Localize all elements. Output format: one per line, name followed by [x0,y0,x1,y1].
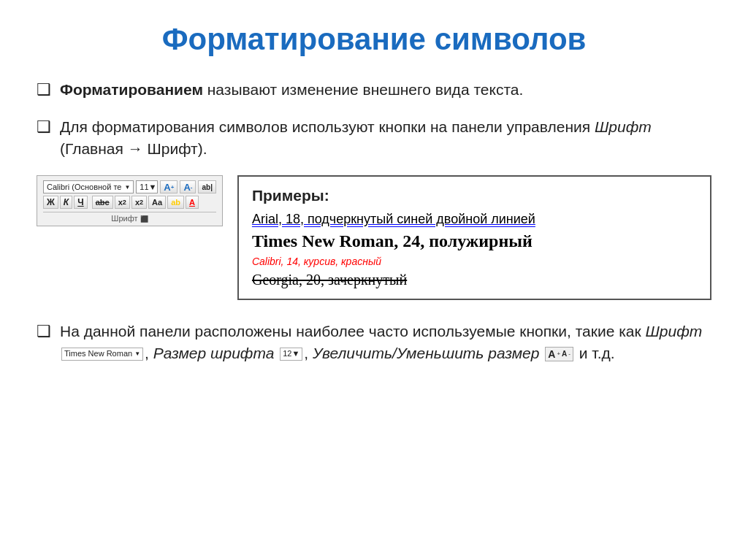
subscript-button[interactable]: x2 [115,196,130,209]
font-size-text: 11 [140,183,148,191]
checkbox-icon-3: ❑ [37,322,51,341]
font-color-button[interactable]: A [186,196,199,209]
bullet3-italic3: Увеличить/Уменьшить размер [313,345,539,361]
size-inline-arrow: ▼ [291,348,299,359]
font-grow-button[interactable]: A+ [160,180,178,193]
size-inline-dropdown[interactable]: 12 ▼ [280,348,302,361]
grow-icon: A [548,349,555,359]
examples-box: Примеры: Arial, 18, подчеркнутый синей д… [237,175,711,300]
shrink-minus-icon: - [568,350,570,358]
checkbox-icon-1: ❑ [37,80,51,99]
bullet-3: ❑ На данной панели расположены наиболее … [37,321,711,364]
font-inline-text: Times New Roman [64,348,132,359]
font-panel-label: Шрифт ⬛ [43,212,216,223]
size-dd-arrow: ▼ [149,183,157,191]
size-buttons-inline[interactable]: A+ A- [545,347,573,361]
underline-button[interactable]: Ч [74,196,87,209]
font-inline-dropdown[interactable]: Times New Roman ▼ [61,348,143,361]
shrink-icon: A [562,350,567,358]
bullet-2-text: Для форматирования символов используют к… [60,116,711,159]
bullet3-italic2: Размер шрифта [153,345,275,361]
checkbox-icon-2: ❑ [37,118,51,137]
font-shrink-button[interactable]: A- [180,180,196,193]
example-calibri: Calibri, 14, курсив, красный [252,256,697,267]
clear-format-button[interactable]: ab| [198,180,215,193]
font-name-dropdown[interactable]: Calibri (Основной те ▼ [43,180,134,193]
font-dd-arrow: ▼ [124,184,130,191]
page-title: Форматирование символов [37,22,711,57]
arrow-icon: → [128,140,143,157]
font-panel-row2: Ж К Ч abc x2 x2 Aa ab A [43,196,216,209]
middle-section: Calibri (Основной те ▼ 11 ▼ A+ A- ab| Ж … [37,175,711,300]
examples-title: Примеры: [252,187,697,204]
font-name-text: Calibri (Основной те [47,183,121,191]
bullet3-italic1: Шрифт [646,323,703,340]
example-georgia: Georgia, 20, зачеркнутый [252,272,697,288]
bullet-2: ❑ Для форматирования символов используют… [37,116,711,159]
bullet-1-text: Форматированием называют изменение внешн… [60,79,523,100]
example-times: Times New Roman, 24, полужирный [252,231,697,251]
font-panel-row1: Calibri (Основной те ▼ 11 ▼ A+ A- ab| [43,180,216,193]
font-panel: Calibri (Основной те ▼ 11 ▼ A+ A- ab| Ж … [37,175,223,226]
superscript-button[interactable]: x2 [131,196,147,209]
bullet-1-bold: Форматированием [60,81,203,98]
example-arial: Arial, 18, подчеркнутый синей двойной ли… [252,212,697,227]
font-size-dropdown[interactable]: 11 ▼ [136,180,158,193]
strikethrough-button[interactable]: abc [92,196,113,209]
bullet-3-text: На данной панели расположены наиболее ча… [60,321,711,364]
panel-expand-icon[interactable]: ⬛ [140,215,148,223]
bold-button[interactable]: Ж [43,196,58,209]
size-inline-text: 12 [283,348,291,359]
bullet-1: ❑ Форматированием называют изменение вне… [37,79,711,100]
grow-plus-icon: + [557,350,560,358]
font-inline-arrow: ▼ [134,350,140,358]
italic-button[interactable]: К [60,196,72,209]
highlight-button[interactable]: ab [167,196,184,209]
text-effect-button[interactable]: Aa [148,196,166,209]
